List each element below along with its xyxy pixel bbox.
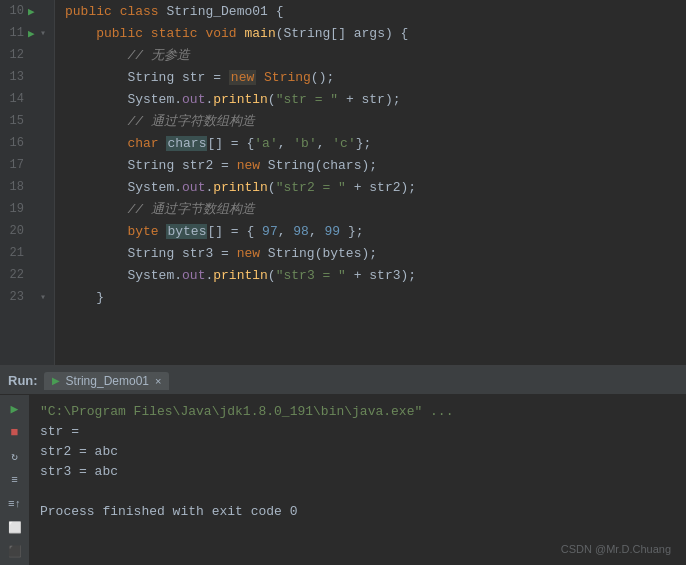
code-token: ( [268, 268, 276, 283]
run-arrow-icon: ▶ [28, 5, 38, 18]
run-panel: Run: ▶ String_Demo01 × ▶ ■ ↻ ≡ ≡↑ ⬜ ⬛ "C… [0, 365, 686, 565]
code-token [65, 114, 127, 129]
code-token: (String[] args) { [276, 26, 409, 41]
run-panel-wrapper: Run: ▶ String_Demo01 × ▶ ■ ↻ ≡ ≡↑ ⬜ ⬛ "C… [0, 365, 686, 565]
output-line: str3 = abc [40, 461, 676, 481]
code-token: out [182, 268, 205, 283]
line-number: 10 [4, 4, 24, 18]
code-token [65, 136, 127, 151]
code-token: }; [340, 224, 363, 239]
run-filter-button[interactable]: ≡↑ [4, 494, 26, 514]
code-line: } [65, 286, 686, 308]
code-token: . [205, 268, 213, 283]
code-container: 10▶11▶▾121314151617181920212223▾ public … [0, 0, 686, 365]
run-stop-button[interactable]: ■ [4, 423, 26, 443]
line-number: 14 [4, 92, 24, 106]
code-token: System. [65, 180, 182, 195]
run-tab-bar: Run: ▶ String_Demo01 × [0, 367, 686, 395]
gutter-row: 21 [0, 242, 54, 264]
code-line: char chars[] = {'a', 'b', 'c'}; [65, 132, 686, 154]
fold-icon: ▾ [40, 27, 50, 39]
fold-icon: ▾ [40, 291, 50, 303]
output-line: str2 = abc [40, 441, 676, 461]
code-token: // 通过字符数组构造 [127, 112, 254, 130]
run-play-button[interactable]: ▶ [4, 399, 26, 419]
run-label: Run: [8, 373, 38, 388]
gutter-row: 22 [0, 264, 54, 286]
gutter-row: 10▶ [0, 0, 54, 22]
code-line: byte bytes[] = { 97, 98, 99 }; [65, 220, 686, 242]
line-number: 16 [4, 136, 24, 150]
code-line: // 无参造 [65, 44, 686, 66]
code-token: }; [356, 136, 372, 151]
code-token: new [237, 158, 260, 173]
run-output: "C:\Program Files\Java\jdk1.8.0_191\bin\… [30, 395, 686, 565]
code-token: main [245, 26, 276, 41]
code-token [198, 26, 206, 41]
gutter-row: 20 [0, 220, 54, 242]
run-sidebar: ▶ ■ ↻ ≡ ≡↑ ⬜ ⬛ [0, 395, 30, 565]
code-token: "str3 = " [276, 268, 346, 283]
code-token [159, 136, 167, 151]
code-line: System.out.println("str = " + str); [65, 88, 686, 110]
code-token: [] = { [207, 224, 262, 239]
code-token: "str2 = " [276, 180, 346, 195]
run-print-button[interactable]: ⬛ [4, 541, 26, 561]
line-number: 11 [4, 26, 24, 40]
gutter-row: 16 [0, 132, 54, 154]
code-token [65, 26, 96, 41]
code-token: String(chars); [260, 158, 377, 173]
code-token: , [278, 136, 294, 151]
code-token: System. [65, 92, 182, 107]
code-token: String [264, 70, 311, 85]
run-layout-button[interactable]: ⬜ [4, 518, 26, 538]
code-token: public [65, 4, 112, 19]
code-token: static [151, 26, 198, 41]
code-token: [] = { [207, 136, 254, 151]
code-token: . [205, 92, 213, 107]
run-tab-close[interactable]: × [155, 375, 161, 387]
code-token: + str3); [346, 268, 416, 283]
code-token: println [213, 180, 268, 195]
code-token: 98 [293, 224, 309, 239]
code-token: 97 [262, 224, 278, 239]
editor-area: 10▶11▶▾121314151617181920212223▾ public … [0, 0, 686, 365]
run-tab-name: String_Demo01 [66, 374, 149, 388]
run-arrow-icon: ▶ [28, 27, 38, 40]
code-token: out [182, 92, 205, 107]
line-number: 18 [4, 180, 24, 194]
code-token: ( [268, 92, 276, 107]
code-token: class [120, 4, 159, 19]
output-line [40, 481, 676, 501]
code-token: ( [268, 180, 276, 195]
line-number: 23 [4, 290, 24, 304]
run-panel-body: ▶ ■ ↻ ≡ ≡↑ ⬜ ⬛ "C:\Program Files\Java\jd… [0, 395, 686, 565]
code-token: 99 [325, 224, 341, 239]
code-line: String str = new String(); [65, 66, 686, 88]
gutter-row: 19 [0, 198, 54, 220]
line-number: 12 [4, 48, 24, 62]
code-token: public [96, 26, 143, 41]
run-scroll-button[interactable]: ≡ [4, 470, 26, 490]
line-number: 21 [4, 246, 24, 260]
code-token: bytes [166, 224, 207, 239]
code-line: System.out.println("str3 = " + str3); [65, 264, 686, 286]
code-token [237, 26, 245, 41]
code-line: System.out.println("str2 = " + str2); [65, 176, 686, 198]
line-number: 13 [4, 70, 24, 84]
code-token [159, 224, 167, 239]
code-line: public static void main(String[] args) { [65, 22, 686, 44]
gutter-row: 13 [0, 66, 54, 88]
code-token: String(bytes); [260, 246, 377, 261]
gutter-row: 17 [0, 154, 54, 176]
code-token: + str2); [346, 180, 416, 195]
code-token: "str = " [276, 92, 338, 107]
code-token: 'a' [254, 136, 277, 151]
run-tab[interactable]: ▶ String_Demo01 × [44, 372, 170, 390]
run-rerun-button[interactable]: ↻ [4, 446, 26, 466]
code-token: String_Demo01 { [159, 4, 284, 19]
gutter-row: 15 [0, 110, 54, 132]
code-token [65, 48, 127, 63]
code-token: 'c' [332, 136, 355, 151]
code-token [143, 26, 151, 41]
